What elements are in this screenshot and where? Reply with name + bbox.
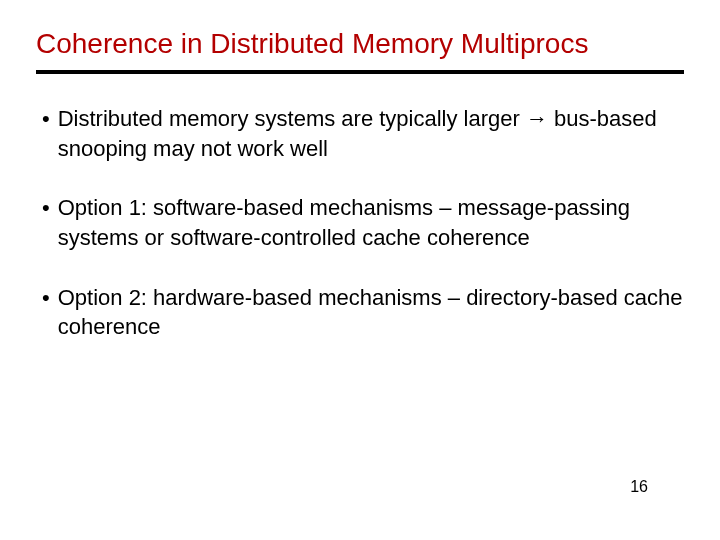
bullet-text: Option 1: software-based mechanisms – me… bbox=[58, 193, 684, 252]
bullet-text: Distributed memory systems are typically… bbox=[58, 104, 684, 163]
slide: Coherence in Distributed Memory Multipro… bbox=[0, 0, 720, 540]
list-item: • Option 2: hardware-based mechanisms – … bbox=[42, 283, 684, 342]
bullet-dot-icon: • bbox=[42, 104, 50, 134]
bullet-dot-icon: • bbox=[42, 283, 50, 313]
slide-title: Coherence in Distributed Memory Multipro… bbox=[36, 28, 684, 60]
list-item: • Distributed memory systems are typical… bbox=[42, 104, 684, 163]
title-underline bbox=[36, 70, 684, 74]
bullet-list: • Distributed memory systems are typical… bbox=[42, 104, 684, 342]
list-item: • Option 1: software-based mechanisms – … bbox=[42, 193, 684, 252]
bullet-dot-icon: • bbox=[42, 193, 50, 223]
page-number: 16 bbox=[630, 478, 648, 496]
bullet-text: Option 2: hardware-based mechanisms – di… bbox=[58, 283, 684, 342]
